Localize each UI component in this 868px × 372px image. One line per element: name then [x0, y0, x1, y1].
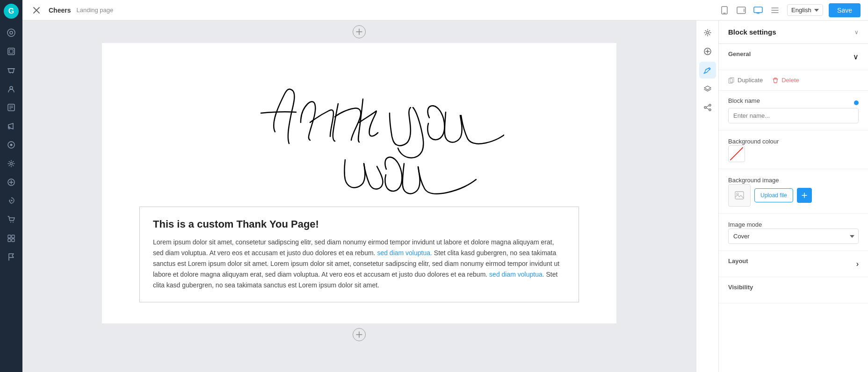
general-section-title: General: [728, 50, 751, 57]
svg-point-50: [704, 107, 706, 108]
content-heading: This is a custom Thank You Page!: [153, 218, 565, 230]
duplicate-button[interactable]: Duplicate: [728, 77, 763, 84]
svg-point-2: [7, 29, 15, 36]
sidebar-icon-add[interactable]: [3, 174, 20, 191]
color-swatch-row: [728, 145, 859, 162]
right-tool-sidebar: [696, 21, 718, 372]
svg-point-6: [10, 72, 11, 73]
top-header: Cheers Landing page English Save: [22, 0, 868, 21]
main-area: Cheers Landing page English Save: [22, 0, 868, 372]
sidebar-icon-contacts[interactable]: [3, 80, 20, 97]
svg-rect-4: [8, 48, 14, 55]
svg-point-56: [737, 193, 738, 195]
page-subtitle: Landing page: [76, 7, 113, 14]
panel-actions: Duplicate Delete: [728, 77, 859, 84]
sidebar-icon-rocket[interactable]: [3, 193, 20, 209]
svg-point-49: [709, 109, 711, 111]
svg-point-21: [10, 222, 11, 223]
edit-pencil-tool[interactable]: [699, 62, 716, 79]
bg-image-extra-button[interactable]: [797, 188, 812, 203]
svg-point-20: [11, 200, 13, 201]
bg-image-section: Background image Upload file: [719, 169, 868, 214]
svg-point-43: [706, 32, 709, 34]
panel-expand-icon[interactable]: ∨: [854, 29, 859, 36]
bg-image-label: Background image: [728, 177, 779, 184]
sidebar-icon-forms[interactable]: [3, 99, 20, 116]
body-link[interactable]: sed diam voluptua.: [377, 249, 432, 257]
canvas-wrapper: This is a custom Thank You Page! Lorem i…: [22, 21, 696, 372]
image-mode-label: Image mode: [728, 221, 762, 228]
add-block-tool[interactable]: [699, 43, 716, 60]
panel-title: Block settings: [728, 28, 776, 36]
layers-tool[interactable]: [699, 80, 716, 97]
list-view-button[interactable]: [768, 4, 781, 17]
svg-text:G: G: [8, 7, 14, 15]
svg-rect-5: [9, 50, 13, 53]
duplicate-label: Duplicate: [738, 77, 763, 84]
block-name-indicator: [854, 100, 859, 105]
svg-rect-26: [12, 239, 14, 242]
bg-image-row: Upload file: [728, 184, 859, 207]
layout-section-toggle[interactable]: Layout ›: [728, 258, 859, 270]
sidebar-icon-pages[interactable]: [3, 43, 20, 60]
layout-expand-icon: ›: [856, 260, 859, 268]
settings-gear-tool[interactable]: [699, 24, 716, 41]
svg-point-15: [10, 144, 13, 146]
svg-line-52: [706, 108, 709, 109]
block-name-label: Block name: [728, 97, 760, 104]
svg-point-7: [12, 72, 13, 73]
app-logo[interactable]: G: [4, 4, 19, 19]
actions-section: Duplicate Delete: [719, 70, 868, 91]
delete-button[interactable]: Delete: [772, 77, 799, 84]
desktop-view-button[interactable]: [752, 4, 765, 17]
share-tool[interactable]: [699, 99, 716, 116]
block-name-input[interactable]: [728, 108, 859, 123]
close-button[interactable]: [30, 4, 43, 17]
sidebar-icon-store[interactable]: [3, 62, 20, 79]
svg-point-48: [709, 104, 711, 106]
visibility-section-toggle[interactable]: Visibility: [728, 284, 859, 296]
block-name-section: Block name: [719, 91, 868, 130]
visibility-section: Visibility: [719, 277, 868, 303]
add-block-top: [22, 21, 696, 43]
svg-point-3: [10, 31, 13, 34]
svg-point-8: [10, 86, 13, 89]
layout-section-title: Layout: [728, 258, 748, 265]
sidebar-icon-cart[interactable]: [3, 211, 20, 228]
visibility-section-title: Visibility: [728, 284, 753, 291]
delete-label: Delete: [781, 77, 799, 84]
left-sidebar: G: [0, 0, 22, 372]
mobile-view-button[interactable]: [718, 4, 731, 17]
block-settings-panel: Block settings ∨ General ∨ Duplicate: [718, 21, 868, 372]
image-mode-section: Image mode Cover Contain Fill None: [719, 214, 868, 251]
language-select[interactable]: English: [787, 4, 823, 16]
text-content-block: This is a custom Thank You Page! Lorem i…: [139, 207, 579, 302]
sidebar-icon-settings[interactable]: [3, 155, 20, 172]
upload-file-button[interactable]: Upload file: [754, 188, 793, 202]
sidebar-icon-flag[interactable]: [3, 249, 20, 265]
sidebar-icon-grid[interactable]: [3, 230, 20, 247]
image-mode-select[interactable]: Cover Contain Fill None: [728, 229, 859, 244]
bg-colour-section: Background colour: [719, 130, 868, 169]
device-switcher: [718, 4, 781, 17]
tablet-view-button[interactable]: [735, 4, 748, 17]
save-button[interactable]: Save: [829, 3, 861, 17]
sidebar-icon-dashboard[interactable]: [3, 24, 20, 41]
block-name-row: Block name: [728, 97, 859, 108]
sidebar-icon-media[interactable]: [3, 136, 20, 153]
svg-point-22: [13, 222, 14, 223]
svg-rect-55: [735, 192, 744, 199]
content-body: Lorem ipsum dolor sit amet, consetetur s…: [153, 237, 565, 291]
body-link-2[interactable]: sed diam voluptua.: [489, 271, 544, 278]
page-canvas: This is a custom Thank You Page! Lorem i…: [102, 43, 616, 323]
svg-point-16: [10, 163, 13, 165]
thankyou-area: [102, 43, 616, 202]
add-block-bottom-button[interactable]: [353, 328, 366, 341]
sidebar-icon-marketing[interactable]: [3, 118, 20, 135]
general-section-toggle[interactable]: General ∨: [728, 50, 859, 63]
no-color-swatch[interactable]: [728, 145, 745, 162]
add-block-top-button[interactable]: [353, 25, 366, 38]
bg-image-preview: [728, 184, 751, 207]
general-section: General ∨: [719, 44, 868, 70]
editor-area: This is a custom Thank You Page! Lorem i…: [22, 21, 868, 372]
